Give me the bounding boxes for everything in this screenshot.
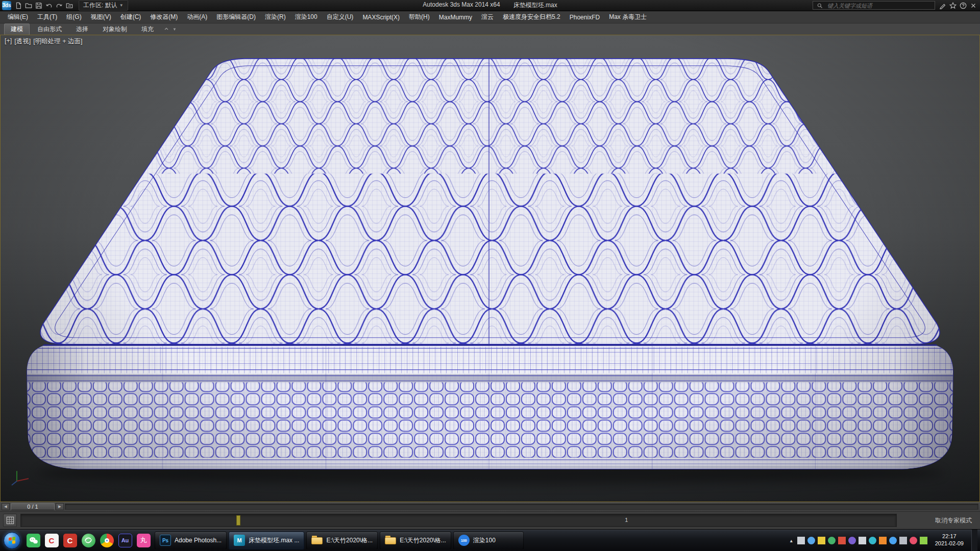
windows-taskbar: CCAu丸 PsAdobe Photosh...M床垫模型坯.max ...E:…	[0, 529, 980, 551]
taskbar-window-button[interactable]: E:\天竹2020\格...	[380, 532, 451, 549]
system-tray: ▴ 22:17 2021-02-09	[789, 530, 978, 551]
open-file-icon[interactable]	[23, 1, 34, 10]
menu-item[interactable]: 渲染100	[290, 11, 322, 23]
track-bar[interactable]: 1	[20, 514, 897, 527]
menu-item[interactable]: Max 杀毒卫士	[604, 11, 651, 23]
wechat-icon[interactable]	[24, 531, 42, 550]
tray-icon[interactable]	[910, 537, 917, 544]
ribbon-tab[interactable]: 建模	[4, 23, 30, 35]
photoshop-icon: Ps	[160, 535, 171, 546]
show-desktop-button[interactable]	[971, 530, 977, 551]
frame-tick-label: 1	[625, 517, 628, 523]
window-button-label: Adobe Photosh...	[175, 537, 222, 544]
tray-icon[interactable]	[818, 537, 825, 544]
menu-item[interactable]: MAXScript(X)	[358, 12, 404, 22]
next-frame-button[interactable]: ▶	[56, 503, 64, 510]
new-scene-icon[interactable]	[13, 1, 23, 10]
tray-icon[interactable]	[838, 537, 846, 544]
windows-logo-icon	[4, 532, 20, 549]
taskbar-window-button[interactable]: M床垫模型坯.max ...	[229, 532, 304, 549]
tray-icon[interactable]	[848, 537, 856, 544]
viewport-menu-plus[interactable]: [+]	[5, 37, 12, 46]
taskbar-window-button[interactable]: PsAdobe Photosh...	[155, 532, 227, 549]
help-icon[interactable]	[959, 1, 968, 10]
viewport-menu-view[interactable]: [透视]	[14, 37, 31, 46]
menu-item[interactable]: 视图(V)	[86, 11, 116, 23]
menu-item[interactable]: 修改器(M)	[145, 11, 182, 23]
chevron-down-icon[interactable]: ▼	[173, 27, 177, 32]
menu-item[interactable]: 创建(C)	[116, 11, 146, 23]
menu-item[interactable]: PhoenixFD	[565, 12, 604, 22]
ribbon-tab[interactable]: 填充	[135, 23, 160, 35]
audition-icon[interactable]: Au	[116, 531, 134, 550]
viewport-menu-shading[interactable]: [明暗处理 + 边面]	[33, 37, 82, 46]
tray-icon[interactable]	[899, 537, 907, 544]
window-button-label: E:\天竹2020\格...	[400, 536, 446, 545]
viewport-canvas[interactable]	[1, 35, 979, 502]
track-bar-marker[interactable]	[236, 515, 240, 525]
tray-icon[interactable]	[807, 537, 815, 544]
star-icon[interactable]	[948, 1, 958, 10]
project-folder-icon[interactable]	[64, 1, 75, 10]
mini-curve-editor-button[interactable]	[3, 514, 17, 527]
menu-item[interactable]: 渲云	[477, 11, 498, 23]
search-icon	[815, 1, 824, 10]
tray-icon[interactable]	[797, 537, 805, 544]
ribbon-tab[interactable]: 对象绘制	[96, 23, 134, 35]
c-red-icon[interactable]: C	[42, 531, 61, 550]
tray-icon[interactable]	[879, 537, 887, 544]
tray-icon[interactable]	[889, 537, 897, 544]
start-button[interactable]	[2, 531, 22, 550]
open-windows: PsAdobe Photosh...M床垫模型坯.max ...E:\天竹202…	[155, 532, 524, 549]
ribbon-minimize-icon[interactable]	[163, 26, 169, 32]
ribbon-tab[interactable]: 选择	[69, 23, 95, 35]
menu-item[interactable]: 动画(A)	[182, 11, 212, 23]
perspective-viewport[interactable]: [+] [透视] [明暗处理 + 边面]	[0, 35, 980, 502]
desktop: 3ds 工作区: 默认 ▼ Autodesk 3ds Max 2014 x64 …	[0, 0, 980, 551]
time-slider-track[interactable]	[65, 504, 978, 510]
undo-icon[interactable]	[44, 1, 54, 10]
infocenter-search	[813, 1, 935, 10]
pinned-apps: CCAu丸	[24, 531, 153, 550]
save-file-icon[interactable]	[34, 1, 44, 10]
menu-item[interactable]: 组(G)	[62, 11, 86, 23]
3ds-max-logo[interactable]: 3ds	[2, 1, 11, 10]
taskbar-window-button[interactable]: 100渲染100	[453, 532, 524, 549]
redo-icon[interactable]	[54, 1, 64, 10]
clock-time: 22:17	[935, 533, 964, 540]
tray-icon[interactable]	[828, 537, 836, 544]
menu-item[interactable]: 帮助(H)	[404, 11, 434, 23]
viewport-label: [+] [透视] [明暗处理 + 边面]	[5, 37, 82, 46]
mattress-model[interactable]	[21, 56, 959, 484]
green-browser-icon[interactable]	[79, 531, 97, 550]
wan-icon[interactable]: 丸	[134, 531, 153, 550]
menu-item[interactable]: 渲染(R)	[260, 11, 290, 23]
menu-item[interactable]: 编辑(E)	[3, 11, 33, 23]
tray-expand-icon[interactable]: ▴	[789, 538, 794, 543]
time-slider[interactable]: 0 / 1	[11, 503, 55, 510]
menu-item[interactable]: MaxMummy	[434, 12, 477, 22]
previous-frame-button[interactable]: ◀	[2, 503, 10, 510]
workspace-label: 工作区: 默认	[83, 1, 117, 10]
titlebar-icons	[938, 1, 978, 10]
search-input[interactable]	[826, 2, 933, 9]
render100-icon: 100	[458, 535, 470, 546]
window-button-label: 渲染100	[473, 536, 496, 545]
cancel-expert-mode-button[interactable]: 取消专家模式	[900, 516, 977, 525]
taskbar-window-button[interactable]: E:\天竹2020\格...	[306, 532, 378, 549]
menu-item[interactable]: 极速度身安全归档5.2	[498, 11, 565, 23]
workspace-dropdown[interactable]: 工作区: 默认 ▼	[79, 0, 128, 11]
tray-icon[interactable]	[920, 537, 927, 544]
tray-icon[interactable]	[859, 537, 866, 544]
ribbon-tab[interactable]: 自由形式	[31, 23, 68, 35]
folder-icon	[311, 535, 323, 546]
menu-item[interactable]: 图形编辑器(D)	[212, 11, 260, 23]
c-white-icon[interactable]: C	[61, 531, 79, 550]
close-icon[interactable]	[969, 1, 978, 10]
taskbar-clock[interactable]: 22:17 2021-02-09	[930, 533, 968, 547]
tray-icon[interactable]	[869, 537, 876, 544]
chrome-icon[interactable]	[97, 531, 116, 550]
menu-item[interactable]: 自定义(U)	[322, 11, 358, 23]
pen-icon[interactable]	[938, 1, 947, 10]
menu-item[interactable]: 工具(T)	[33, 11, 62, 23]
